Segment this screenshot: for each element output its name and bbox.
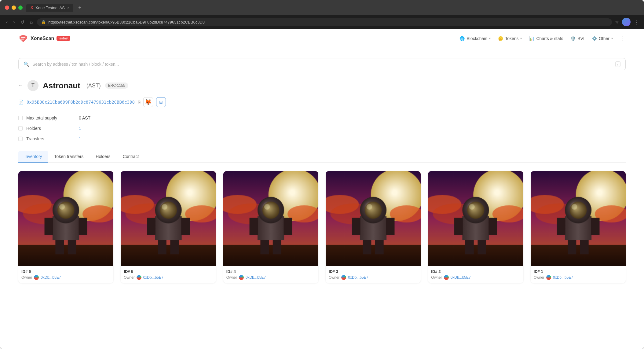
owner-address-link[interactable]: 0xDb...b5E7 <box>553 275 573 280</box>
tab-title: Xone Testnet AS <box>35 6 65 10</box>
nft-image <box>428 171 523 266</box>
qr-code-button[interactable]: ⊞ <box>156 97 166 107</box>
search-input[interactable] <box>32 62 612 67</box>
gear-icon: ⚙️ <box>592 36 597 41</box>
token-name: Astronaut <box>43 81 80 90</box>
nft-owner-row: Owner0xDb...b5E7 <box>534 275 623 280</box>
nft-owner-label: Owner <box>226 275 237 280</box>
stat-value-supply: 0 AST <box>79 116 90 120</box>
logo-text: XoneScan <box>31 36 54 41</box>
forward-button[interactable]: › <box>12 18 16 26</box>
owner-avatar-icon <box>137 275 141 280</box>
nav-tokens[interactable]: 🪙 Tokens ▾ <box>498 36 522 41</box>
owner-avatar-icon <box>546 275 551 280</box>
minimize-window-button[interactable] <box>12 6 16 10</box>
tab-contract[interactable]: Contract <box>117 151 145 163</box>
tab-inventory[interactable]: Inventory <box>18 151 48 163</box>
nft-id: ID# 5 <box>124 269 213 274</box>
browser-titlebar: X Xone Testnet AS × + <box>0 0 644 15</box>
nft-card-4[interactable]: ID# 3Owner0xDb...b5E7 <box>326 171 421 283</box>
token-avatar: T <box>27 80 38 91</box>
token-stats: Max total supply 0 AST Holders 1 Transfe… <box>18 116 626 141</box>
stat-icon-transfers <box>18 137 23 141</box>
nav-blockchain-label: Blockchain <box>467 36 487 41</box>
back-button[interactable]: ‹ <box>5 18 9 26</box>
nav-more-button[interactable]: ⋮ <box>620 35 626 42</box>
nav-bvi[interactable]: 🛡️ BVI <box>570 36 584 41</box>
address-bar-row: ‹ › ↺ ⌂ 🔒 https://testnet.xscscan.com/to… <box>0 15 644 29</box>
main-navbar: XoneScan testnet 🌐 Blockchain ▾ 🪙 Tokens… <box>0 29 644 48</box>
nft-id: ID# 4 <box>226 269 315 274</box>
contract-address-link[interactable]: 0x95B38c21Cba6D9F8b2dDc87479631cb2CBB6c3… <box>27 100 135 105</box>
stat-row-transfers: Transfers 1 <box>18 136 626 141</box>
back-button[interactable]: ← <box>18 83 23 88</box>
address-bar[interactable]: 🔒 https://testnet.xscscan.com/token/0x95… <box>37 18 612 26</box>
profile-avatar[interactable] <box>622 18 631 26</box>
browser-more-button[interactable]: ⋮ <box>634 19 639 25</box>
owner-avatar-icon <box>341 275 346 280</box>
document-icon: 📄 <box>18 100 24 105</box>
nft-card-1[interactable]: ID# 6Owner0xDb...b5E7 <box>18 171 113 283</box>
logo[interactable]: XoneScan testnet <box>18 34 70 43</box>
refresh-button[interactable]: ↺ <box>19 18 26 26</box>
chart-icon: 📊 <box>529 36 534 41</box>
nav-blockchain[interactable]: 🌐 Blockchain ▾ <box>459 36 491 41</box>
tokens-icon: 🪙 <box>498 36 503 41</box>
nft-owner-row: Owner0xDb...b5E7 <box>329 275 418 280</box>
stat-row-supply: Max total supply 0 AST <box>18 116 626 120</box>
nft-image <box>121 171 216 266</box>
logo-icon <box>18 34 28 43</box>
nft-owner-label: Owner <box>431 275 442 280</box>
url-text: https://testnet.xscscan.com/token/0x95B3… <box>48 20 608 24</box>
active-tab[interactable]: X Xone Testnet AS × <box>26 4 73 12</box>
tab-token-transfers[interactable]: Token transfers <box>48 151 90 163</box>
holders-link[interactable]: 1 <box>79 126 81 131</box>
owner-address-link[interactable]: 0xDb...b5E7 <box>348 275 368 280</box>
token-standard-badge: ERC-1155 <box>105 83 128 89</box>
nav-other-label: Other <box>599 36 609 41</box>
nft-id: ID# 6 <box>21 269 110 274</box>
home-button[interactable]: ⌂ <box>29 18 34 26</box>
metamask-button[interactable]: 🦊 <box>143 97 153 107</box>
tab-close-icon[interactable]: × <box>67 6 69 9</box>
copy-icon[interactable]: ⎘ <box>138 100 140 105</box>
owner-address-link[interactable]: 0xDb...b5E7 <box>451 275 471 280</box>
new-tab-button[interactable]: + <box>78 5 81 10</box>
other-chevron-icon: ▾ <box>611 37 613 40</box>
nft-id: ID# 1 <box>534 269 623 274</box>
nft-card-5[interactable]: ID# 2Owner0xDb...b5E7 <box>428 171 523 283</box>
stat-label-supply: Max total supply <box>26 116 75 120</box>
token-address-row: 📄 0x95B38c21Cba6D9F8b2dDc87479631cb2CBB6… <box>18 97 626 107</box>
tokens-chevron-icon: ▾ <box>520 37 522 40</box>
owner-address-link[interactable]: 0xDb...b5E7 <box>41 275 61 280</box>
stat-row-holders: Holders 1 <box>18 126 626 131</box>
owner-avatar-icon <box>34 275 39 280</box>
stat-value-holders: 1 <box>79 126 81 131</box>
window-controls <box>5 6 23 10</box>
transfers-link[interactable]: 1 <box>79 136 81 141</box>
owner-address-link[interactable]: 0xDb...b5E7 <box>246 275 266 280</box>
tab-holders[interactable]: Holders <box>90 151 116 163</box>
nft-image <box>18 171 113 266</box>
nft-card-2[interactable]: ID# 5Owner0xDb...b5E7 <box>121 171 216 283</box>
maximize-window-button[interactable] <box>18 6 23 10</box>
nav-charts[interactable]: 📊 Charts & stats <box>529 36 563 41</box>
nft-info: ID# 5Owner0xDb...b5E7 <box>121 266 216 283</box>
nft-card-3[interactable]: ID# 4Owner0xDb...b5E7 <box>223 171 318 283</box>
tab-favicon: X <box>31 6 33 10</box>
nft-info: ID# 2Owner0xDb...b5E7 <box>428 266 523 283</box>
bookmark-button[interactable]: ☆ <box>615 20 619 24</box>
globe-icon: 🌐 <box>459 36 465 41</box>
nav-charts-label: Charts & stats <box>536 36 563 41</box>
owner-address-link[interactable]: 0xDb...b5E7 <box>143 275 163 280</box>
nft-image <box>223 171 318 266</box>
nft-id: ID# 2 <box>431 269 520 274</box>
nav-other[interactable]: ⚙️ Other ▾ <box>592 36 613 41</box>
nft-owner-row: Owner0xDb...b5E7 <box>21 275 110 280</box>
metamask-icon: 🦊 <box>145 99 152 105</box>
nft-card-6[interactable]: ID# 1Owner0xDb...b5E7 <box>531 171 626 283</box>
nft-image <box>531 171 626 266</box>
nft-info: ID# 4Owner0xDb...b5E7 <box>223 266 318 283</box>
close-window-button[interactable] <box>5 6 9 10</box>
search-bar[interactable]: 🔍 / <box>18 58 626 70</box>
